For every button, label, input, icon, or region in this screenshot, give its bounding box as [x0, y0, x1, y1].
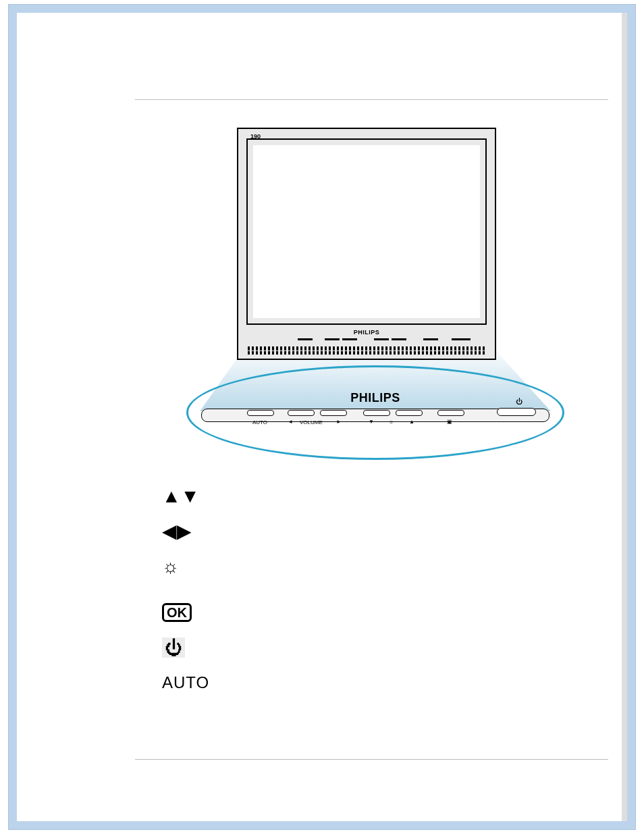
zoom-btn-bright-up: [396, 410, 423, 416]
zoom-btn-vol-up: [320, 410, 347, 416]
zoom-sym-ok: ▣: [447, 419, 452, 425]
divider-top: [135, 99, 608, 100]
ok-icon: OK: [162, 603, 192, 622]
monitor-bezel: [246, 138, 487, 325]
monitor-brand-small: PHILIPS: [238, 329, 495, 336]
power-icon: ⏻: [165, 637, 182, 658]
strip-brightness: ▼ ☼ ▲: [373, 338, 408, 344]
zoom-label-volume: VOLUME: [300, 419, 323, 425]
page-root: 190 PHILIPS AUTO ◄ VOLUME ► ▼ ☼ ▲ ▣: [0, 0, 644, 834]
strip-ok: ▣: [422, 338, 439, 344]
strip-volume: ◄ VOLUME ►: [323, 338, 358, 344]
zoom-btn-auto: [247, 410, 274, 416]
strip-power: [450, 338, 472, 344]
zoom-btn-bright-down: [363, 410, 390, 416]
zoom-oval: PHILIPS AUTO ◄ VOLUME ► ▼ ☼ ▲: [186, 365, 564, 460]
legend-row-ok: OK: [162, 595, 223, 630]
main-column: 190 PHILIPS AUTO ◄ VOLUME ► ▼ ☼ ▲ ▣: [135, 13, 622, 821]
control-legend: ▲▼ ◀▶ ☼ OK ⏻: [162, 479, 223, 700]
zoom-sym-vol-left: ◄: [288, 419, 293, 425]
auto-label: AUTO: [162, 673, 209, 692]
zoom-sym-vol-right: ►: [336, 419, 342, 425]
scrollbar-track[interactable]: [622, 13, 627, 821]
inner-content: 190 PHILIPS AUTO ◄ VOLUME ► ▼ ☼ ▲ ▣: [17, 13, 627, 821]
zoom-label-auto: AUTO: [252, 419, 267, 425]
monitor-button-strip: AUTO ◄ VOLUME ► ▼ ☼ ▲ ▣: [248, 338, 485, 344]
strip-auto: AUTO: [296, 338, 314, 344]
zoom-power-icon: ⏻: [516, 398, 522, 405]
legend-row-updown: ▲▼: [162, 479, 223, 514]
zoom-btn-ok: [437, 410, 464, 416]
legend-row-leftright: ◀▶: [162, 514, 223, 549]
zoom-btn-vol-down: [288, 410, 315, 416]
legend-row-auto: AUTO: [162, 665, 223, 700]
zoom-btn-power: [497, 408, 536, 416]
monitor-illustration: 190 PHILIPS AUTO ◄ VOLUME ► ▼ ☼ ▲ ▣: [186, 128, 564, 465]
outer-border: 190 PHILIPS AUTO ◄ VOLUME ► ▼ ☼ ▲ ▣: [8, 4, 636, 830]
brightness-icon: ☼: [162, 557, 180, 576]
monitor-body: 190 PHILIPS AUTO ◄ VOLUME ► ▼ ☼ ▲ ▣: [237, 128, 496, 360]
updown-icon: ▲▼: [162, 487, 199, 506]
power-icon-bg: ⏻: [162, 637, 185, 658]
divider-bottom: [135, 759, 608, 760]
sidebar-column: [17, 13, 135, 821]
leftright-icon: ◀▶: [162, 522, 192, 541]
speaker-grille: [248, 346, 485, 355]
zoom-sym-bright: ☼: [389, 419, 394, 425]
zoom-brand: PHILIPS: [186, 391, 564, 405]
legend-row-brightness: ☼: [162, 549, 223, 584]
legend-row-power: ⏻: [162, 630, 223, 665]
zoom-sym-up: ▲: [409, 419, 414, 425]
monitor-screen: [253, 145, 480, 318]
zoom-sym-down: ▼: [369, 419, 374, 425]
